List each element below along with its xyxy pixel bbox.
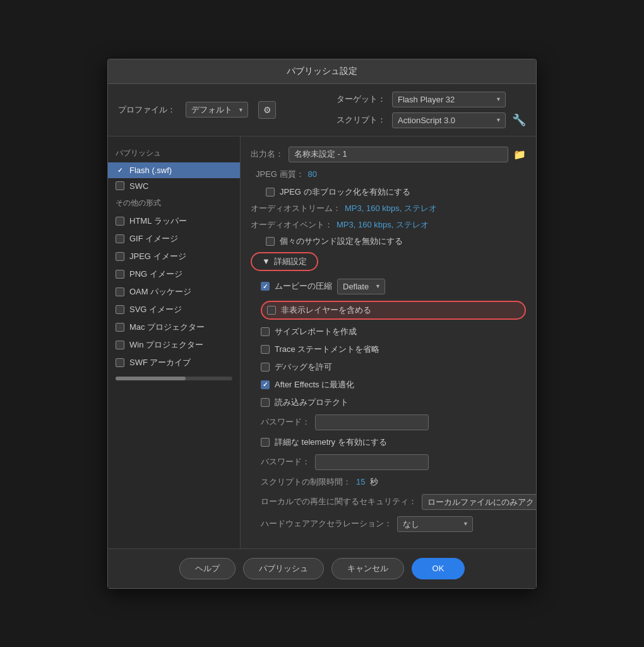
permit-debug-checkbox[interactable] [261,363,270,372]
sidebar-item-html-wrapper[interactable]: HTML ラッパー [108,212,240,230]
jpeg-quality-row: JPEG 画質： 80 [251,169,526,180]
sidebar-item-oam-package[interactable]: OAM パッケージ [108,283,240,301]
sidebar-item-swf-archive[interactable]: SWF アーカイブ [108,354,240,372]
jpeg-noblocking-row: JPEG の非ブロック化を有効にする [251,186,526,198]
png-image-checkbox[interactable] [116,270,124,279]
hardware-accel-select-wrapper[interactable]: なし [397,516,473,532]
wrench-button[interactable]: 🔧 [512,113,526,127]
override-sound-row: 個々のサウンド設定を無効にする [251,236,526,247]
read-protect-checkbox[interactable] [261,398,270,407]
sidebar-item-png-image[interactable]: PNG イメージ [108,265,240,283]
oam-package-checkbox[interactable] [116,287,124,296]
sidebar-item-gif-image[interactable]: GIF イメージ [108,230,240,248]
movie-compress-label: ムービーの圧縮 [275,281,332,292]
swf-archive-checkbox[interactable] [116,358,124,367]
jpeg-noblocking-checkbox[interactable] [266,188,275,197]
sidebar-item-svg-image[interactable]: SVG イメージ [108,301,240,318]
override-sound-label: 個々のサウンド設定を無効にする [280,236,403,247]
audio-event-row: オーディオイベント： MP3, 160 kbps, ステレオ [251,219,526,231]
gif-image-checkbox[interactable] [116,234,124,243]
details-section: ムービーの圧縮 Deflate 非表示レイヤーを含める サイズレポートを作成 [251,279,526,532]
target-label: ターゲット： [337,94,386,105]
size-report-checkbox[interactable] [261,327,270,336]
local-playback-select-wrapper[interactable]: ローカルファイルにのみアクセスする [422,494,536,510]
sidebar-item-mac-projector[interactable]: Mac プロジェクター [108,318,240,336]
telemetry-row: 詳細な telemetry を有効にする [261,437,526,448]
cancel-button[interactable]: キャンセル [331,558,404,579]
script-select[interactable]: ActionScript 3.0 [392,112,506,128]
ok-button[interactable]: OK [412,558,465,579]
after-effects-label: After Effects に最適化 [275,379,354,390]
movie-compress-select-wrapper[interactable]: Deflate [337,279,385,294]
target-select-wrapper[interactable]: Flash Player 32 [392,92,506,107]
header-right: ターゲット： Flash Player 32 スクリプト： ActionScri… [337,92,526,128]
override-sound-checkbox[interactable] [266,237,275,246]
other-section-title: その他の形式 [108,194,240,212]
local-playback-label: ローカルでの再生に関するセキュリティ： [261,496,417,507]
help-button[interactable]: ヘルプ [179,558,236,579]
after-effects-row: After Effects に最適化 [261,379,526,390]
script-label: スクリプト： [337,114,386,126]
profile-select[interactable]: デフォルト [186,102,248,118]
password1-input[interactable] [315,414,429,430]
sidebar-item-jpeg-image[interactable]: JPEG イメージ [108,248,240,265]
mac-projector-checkbox[interactable] [116,323,124,332]
sidebar-item-win-projector-label: Win プロジェクター [129,339,203,351]
local-playback-row: ローカルでの再生に関するセキュリティ： ローカルファイルにのみアクセスする [261,494,526,510]
movie-compress-checkbox[interactable] [261,282,270,291]
profile-select-wrapper[interactable]: デフォルト [186,102,248,118]
jpeg-label: JPEG 画質： [256,169,304,180]
password2-row: パスワード： [261,454,526,470]
win-projector-checkbox[interactable] [116,341,124,349]
include-hidden-layers-checkbox[interactable] [267,306,276,315]
flash-swf-checkbox[interactable] [116,166,124,174]
local-playback-select[interactable]: ローカルファイルにのみアクセスする [422,494,536,510]
hardware-accel-row: ハードウェアアクセラレーション： なし [261,516,526,532]
sidebar-item-win-projector[interactable]: Win プロジェクター [108,336,240,354]
sidebar-item-oam-package-label: OAM パッケージ [129,286,191,298]
sidebar-item-gif-image-label: GIF イメージ [129,233,178,245]
audio-stream-value[interactable]: MP3, 160 kbps, ステレオ [345,203,437,214]
folder-icon[interactable]: 📁 [513,148,526,160]
details-toggle-row[interactable]: ▼ 詳細設定 [251,252,526,271]
password2-label: パスワード： [261,456,310,468]
publish-button[interactable]: パブリッシュ [243,558,324,579]
permit-debug-row: デバッグを許可 [261,361,526,373]
html-wrapper-checkbox[interactable] [116,217,124,226]
size-report-row: サイズレポートを作成 [261,326,526,337]
audio-event-value[interactable]: MP3, 160 kbps, ステレオ [337,219,429,231]
omit-trace-checkbox[interactable] [261,345,270,354]
telemetry-checkbox[interactable] [261,438,270,447]
publish-section-title: パブリッシュ [108,144,240,162]
dialog-title: パブリッシュ設定 [108,59,536,84]
details-toggle-button[interactable]: ▼ 詳細設定 [251,252,318,271]
after-effects-checkbox[interactable] [261,380,270,389]
include-hidden-layers-label: 非表示レイヤーを含める [281,305,371,316]
jpeg-image-checkbox[interactable] [116,252,124,261]
sidebar-scrollbar[interactable] [108,372,240,385]
read-protect-row: 読み込みプロテクト [261,397,526,408]
profile-label: プロファイル： [118,104,176,116]
audio-event-label: オーディオイベント： [251,219,333,231]
swc-checkbox[interactable] [116,181,124,190]
hardware-accel-select[interactable]: なし [397,516,473,532]
script-select-wrapper[interactable]: ActionScript 3.0 [392,112,506,128]
password1-row: パスワード： [261,414,526,430]
output-label: 出力名： [251,148,283,160]
gear-button[interactable]: ⚙ [258,101,276,119]
svg-image-checkbox[interactable] [116,305,124,314]
movie-compress-select[interactable]: Deflate [337,279,385,294]
sidebar-item-swc-label: SWC [129,181,148,191]
sidebar-item-html-wrapper-label: HTML ラッパー [129,215,187,227]
sidebar-item-flash-swf[interactable]: Flash (.swf) [108,162,240,178]
audio-stream-row: オーディオストリーム： MP3, 160 kbps, ステレオ [251,203,526,214]
script-time-unit: 秒 [370,476,378,488]
hardware-accel-label: ハードウェアアクセラレーション： [261,518,392,529]
target-select[interactable]: Flash Player 32 [392,92,506,107]
sidebar-item-flash-swf-label: Flash (.swf) [129,166,172,175]
sidebar-item-swc[interactable]: SWC [108,178,240,194]
read-protect-label: 読み込みプロテクト [275,397,349,408]
password2-input[interactable] [315,454,429,470]
jpeg-noblocking-label: JPEG の非ブロック化を有効にする [280,186,410,198]
output-name-input[interactable] [289,147,508,162]
